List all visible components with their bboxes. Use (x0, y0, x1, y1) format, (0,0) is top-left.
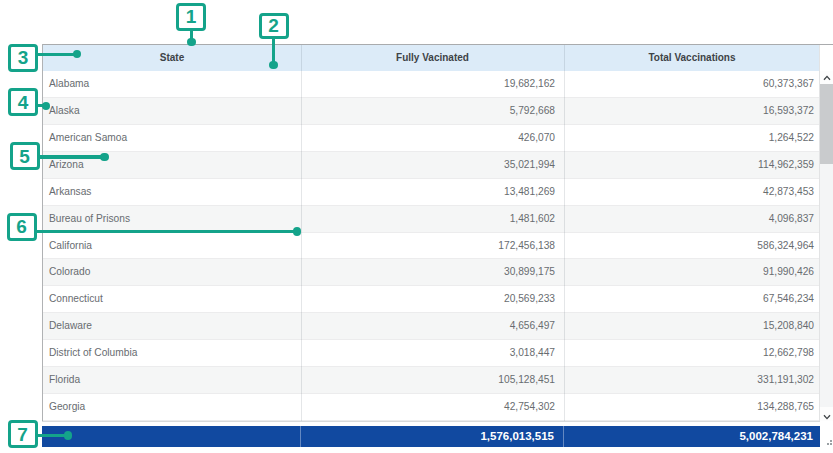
callout-4-number: 4 (18, 93, 29, 112)
chevron-up-icon (823, 75, 831, 81)
cell-state: Alabama (43, 71, 301, 98)
table-row-colorado[interactable]: Colorado 30,899,175 91,990,426 (43, 259, 820, 286)
table-body-bottom-border (42, 421, 820, 422)
total-total-vaccinations: 5,002,784,231 (564, 426, 819, 448)
chevron-down-icon (823, 414, 831, 420)
callout-7-connector (35, 434, 69, 437)
table-row-alabama[interactable]: Alabama 19,682,162 60,373,367 (43, 71, 820, 98)
table-row-district-of-columbia[interactable]: District of Columbia 3,018,447 12,662,79… (43, 340, 820, 367)
callout-3-number: 3 (18, 48, 29, 67)
table-row-california[interactable]: California 172,456,138 586,324,964 (43, 233, 820, 260)
table-row-arkansas[interactable]: Arkansas 13,481,269 42,873,453 (43, 179, 820, 206)
cell-fully-vacinated: 1,481,602 (301, 206, 564, 233)
scroll-down-button[interactable] (820, 407, 833, 421)
total-fully-vacinated: 1,576,013,515 (301, 426, 563, 448)
table-row-alaska[interactable]: Alaska 5,792,668 16,593,372 (43, 98, 820, 125)
callout-4-box: 4 (8, 88, 38, 116)
cell-total-vaccinations: 91,990,426 (564, 259, 820, 286)
cell-fully-vacinated: 13,481,269 (301, 179, 564, 206)
total-label-cell (42, 426, 300, 448)
cell-fully-vacinated: 19,682,162 (301, 71, 564, 98)
cell-fully-vacinated: 35,021,994 (301, 152, 564, 179)
cell-fully-vacinated: 4,656,497 (301, 313, 564, 340)
callout-6-box: 6 (7, 213, 37, 241)
cell-total-vaccinations: 331,191,302 (564, 367, 820, 394)
cell-total-vaccinations: 586,324,964 (564, 233, 820, 260)
scrollbar-thumb[interactable] (820, 84, 833, 164)
callout-6-connector (34, 230, 298, 233)
cell-state: District of Columbia (43, 340, 301, 367)
callout-5-box: 5 (10, 142, 40, 170)
column-separator-1 (301, 45, 302, 421)
cell-total-vaccinations: 4,096,837 (564, 206, 820, 233)
callout-6-dot (293, 227, 301, 235)
column-separator-2 (564, 45, 565, 421)
callout-7-dot (64, 431, 72, 439)
cell-state: Delaware (43, 313, 301, 340)
cell-fully-vacinated: 426,070 (301, 125, 564, 152)
cell-state: Connecticut (43, 286, 301, 313)
cell-total-vaccinations: 1,264,522 (564, 125, 820, 152)
cell-state: Alaska (43, 98, 301, 125)
table-row-georgia[interactable]: Georgia 42,754,302 134,288,765 (43, 394, 820, 421)
table-row-arizona[interactable]: Arizona 35,021,994 114,962,359 (43, 152, 820, 179)
table-row-florida[interactable]: Florida 105,128,451 331,191,302 (43, 367, 820, 394)
callout-6-number: 6 (16, 217, 27, 236)
callout-5-dot (100, 153, 108, 161)
column-header-fully-vacinated[interactable]: Fully Vacinated (301, 45, 564, 71)
scroll-up-button[interactable] (820, 71, 833, 84)
column-header-total-vaccinations[interactable]: Total Vaccinations (564, 45, 820, 71)
callout-4-dot (42, 102, 50, 110)
cell-total-vaccinations: 134,288,765 (564, 394, 820, 421)
callout-1-number: 1 (186, 7, 197, 26)
cell-fully-vacinated: 105,128,451 (301, 367, 564, 394)
cell-state: Colorado (43, 259, 301, 286)
callout-2-box: 2 (259, 13, 289, 40)
callout-5-connector (37, 155, 105, 158)
callout-5-number: 5 (19, 147, 30, 166)
table-body: Alabama 19,682,162 60,373,367 Alaska 5,7… (43, 71, 820, 421)
callout-3-connector (35, 53, 77, 56)
table-row-delaware[interactable]: Delaware 4,656,497 15,208,840 (43, 313, 820, 340)
cell-fully-vacinated: 3,018,447 (301, 340, 564, 367)
cell-state: Bureau of Prisons (43, 206, 301, 233)
cell-fully-vacinated: 30,899,175 (301, 259, 564, 286)
callout-7-number: 7 (17, 425, 28, 444)
cell-total-vaccinations: 67,546,234 (564, 286, 820, 313)
table-row-american-samoa[interactable]: American Samoa 426,070 1,264,522 (43, 125, 820, 152)
cell-state: American Samoa (43, 125, 301, 152)
cell-state: California (43, 233, 301, 260)
cell-total-vaccinations: 60,373,367 (564, 71, 820, 98)
cell-fully-vacinated: 42,754,302 (301, 394, 564, 421)
cell-total-vaccinations: 114,962,359 (564, 152, 820, 179)
cell-total-vaccinations: 16,593,372 (564, 98, 820, 125)
table-screenshot: State Fully Vacinated Total Vaccinations… (0, 0, 833, 453)
cell-state: Florida (43, 367, 301, 394)
cell-total-vaccinations: 15,208,840 (564, 313, 820, 340)
column-header-state[interactable]: State (43, 45, 301, 71)
table-header-row: State Fully Vacinated Total Vaccinations (43, 45, 820, 71)
cell-total-vaccinations: 12,662,798 (564, 340, 820, 367)
cell-total-vaccinations: 42,873,453 (564, 179, 820, 206)
cell-fully-vacinated: 5,792,668 (301, 98, 564, 125)
table-row-connecticut[interactable]: Connecticut 20,569,233 67,546,234 (43, 286, 820, 313)
callout-3-box: 3 (8, 44, 38, 72)
cell-fully-vacinated: 20,569,233 (301, 286, 564, 313)
cell-state: Georgia (43, 394, 301, 421)
callout-2-number: 2 (268, 16, 279, 35)
callout-1-box: 1 (176, 3, 206, 31)
cell-state: Arkansas (43, 179, 301, 206)
callout-7-box: 7 (8, 420, 38, 448)
table-total-row: 1,576,013,515 5,002,784,231 (42, 426, 820, 448)
cell-fully-vacinated: 172,456,138 (301, 233, 564, 260)
table-row-bureau-of-prisons[interactable]: Bureau of Prisons 1,481,602 4,096,837 (43, 206, 820, 233)
callout-1-dot (187, 38, 195, 46)
callout-2-dot (269, 61, 277, 69)
resize-grip[interactable] (826, 439, 833, 447)
